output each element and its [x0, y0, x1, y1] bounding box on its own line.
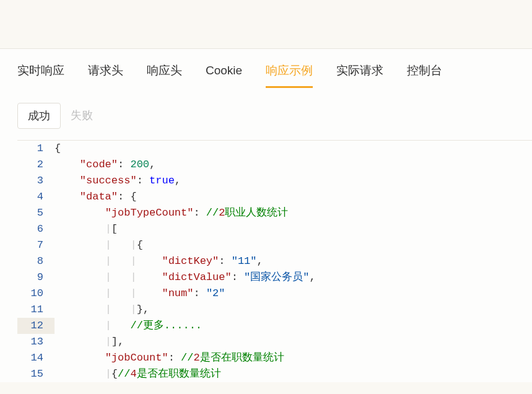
- sub-tab-success[interactable]: 成功: [17, 103, 61, 129]
- code-content: |],: [55, 334, 124, 350]
- code-content: | | "dictKey": "11",: [55, 253, 263, 269]
- line-number: 9: [17, 269, 55, 286]
- line-number: 2: [17, 157, 55, 173]
- code-line: 12 | //更多......: [17, 318, 532, 334]
- tab-cookie[interactable]: Cookie: [206, 64, 242, 87]
- content-area: 实时响应 请求头 响应头 Cookie 响应示例 实际请求 控制台 成功 失败 …: [0, 48, 532, 382]
- code-content: | |{: [55, 237, 143, 253]
- line-number: 8: [17, 253, 55, 269]
- line-number: 12: [17, 318, 55, 334]
- code-line: 14 "jobCount": //2是否在职数量统计: [17, 350, 532, 366]
- line-number: 5: [17, 205, 55, 221]
- top-spacer: [0, 0, 532, 48]
- main-tabs: 实时响应 请求头 响应头 Cookie 响应示例 实际请求 控制台: [17, 49, 532, 88]
- line-number: 14: [17, 350, 55, 366]
- tab-response-headers[interactable]: 响应头: [147, 63, 182, 88]
- line-number: 15: [17, 366, 55, 382]
- tab-actual-request[interactable]: 实际请求: [336, 63, 383, 88]
- code-editor[interactable]: 1{2 "code": 200,3 "success": true,4 "dat…: [17, 140, 532, 382]
- line-number: 10: [17, 286, 55, 302]
- code-line: 6 |[: [17, 221, 532, 237]
- code-content: "jobTypeCount": //2职业人数统计: [55, 205, 288, 221]
- code-line: 5 "jobTypeCount": //2职业人数统计: [17, 205, 532, 221]
- line-number: 6: [17, 221, 55, 237]
- code-content: | //更多......: [55, 318, 202, 334]
- sub-tabs: 成功 失败: [17, 103, 532, 129]
- line-number: 11: [17, 302, 55, 318]
- line-number: 4: [17, 189, 55, 205]
- code-line: 11 | |},: [17, 302, 532, 318]
- line-number: 3: [17, 173, 55, 189]
- code-content: {: [55, 141, 61, 157]
- code-line: 10 | | "num": "2": [17, 286, 532, 302]
- code-content: | | "num": "2": [55, 286, 225, 302]
- tab-request-headers[interactable]: 请求头: [88, 63, 123, 88]
- code-content: | | "dictValue": "国家公务员",: [55, 269, 316, 286]
- line-number: 13: [17, 334, 55, 350]
- code-content: |{//4是否在职数量统计: [55, 366, 221, 382]
- tab-console[interactable]: 控制台: [407, 63, 442, 88]
- code-content: "jobCount": //2是否在职数量统计: [55, 350, 284, 366]
- code-line: 9 | | "dictValue": "国家公务员",: [17, 269, 532, 286]
- code-content: "data": {: [55, 189, 137, 205]
- tab-response-example[interactable]: 响应示例: [266, 63, 313, 88]
- code-line: 8 | | "dictKey": "11",: [17, 253, 532, 269]
- line-number: 7: [17, 237, 55, 253]
- code-line: 7 | |{: [17, 237, 532, 253]
- code-line: 3 "success": true,: [17, 173, 532, 189]
- code-content: | |},: [55, 302, 149, 318]
- code-content: "success": true,: [55, 173, 181, 189]
- code-content: |[: [55, 221, 118, 237]
- code-line: 4 "data": {: [17, 189, 532, 205]
- tab-realtime-response[interactable]: 实时响应: [17, 63, 64, 88]
- code-line: 1{: [17, 141, 532, 157]
- sub-tab-failure[interactable]: 失败: [61, 103, 103, 129]
- line-number: 1: [17, 141, 55, 157]
- code-line: 2 "code": 200,: [17, 157, 532, 173]
- code-line: 15 |{//4是否在职数量统计: [17, 366, 532, 382]
- code-line: 13 |],: [17, 334, 532, 350]
- code-content: "code": 200,: [55, 157, 155, 173]
